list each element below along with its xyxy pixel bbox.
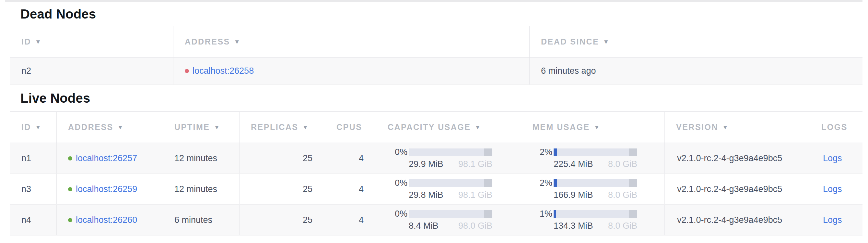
node-uptime: 12 minutes xyxy=(163,174,239,204)
dead-nodes-section: Dead Nodes ID ▼ ADDRESS ▼ DEAD SINCE ▼ n… xyxy=(10,2,863,85)
capacity-usage-bar xyxy=(409,179,492,187)
capacity-total: 98.0 GiB xyxy=(458,221,492,231)
mem-usage-bar xyxy=(554,179,637,187)
node-address-link[interactable]: localhost:26257 xyxy=(76,153,137,163)
dead-since-value: 6 minutes ago xyxy=(529,57,863,84)
live-status-icon xyxy=(68,156,72,161)
live-nodes-section: Live Nodes ID ▼ ADDRESS ▼ UPTIME ▼ REPLI… xyxy=(10,85,863,236)
mem-usage-cell: 2% 225.4 MiB 8.0 GiB xyxy=(521,143,664,173)
sort-desc-icon[interactable]: ▼ xyxy=(594,124,600,131)
nodes-overview: Dead Nodes ID ▼ ADDRESS ▼ DEAD SINCE ▼ n… xyxy=(10,2,863,236)
node-cpus: 4 xyxy=(325,174,376,204)
dead-status-icon xyxy=(185,69,189,73)
column-header-mem-usage[interactable]: MEM USAGE ▼ xyxy=(521,112,664,143)
logs-cell: Logs xyxy=(810,143,863,173)
mem-bar-endcap xyxy=(629,148,637,156)
column-header-uptime[interactable]: UPTIME ▼ xyxy=(163,112,239,143)
column-header-address[interactable]: ADDRESS ▼ xyxy=(56,112,163,143)
column-header-address[interactable]: ADDRESS ▼ xyxy=(173,26,529,57)
capacity-bar-endcap xyxy=(484,210,492,218)
mem-percent: 1% xyxy=(521,209,554,219)
column-header-replicas[interactable]: REPLICAS ▼ xyxy=(239,112,325,143)
sort-desc-icon[interactable]: ▼ xyxy=(474,124,481,131)
column-header-capacity-usage[interactable]: CAPACITY USAGE ▼ xyxy=(376,112,521,143)
mem-used: 134.3 MiB xyxy=(554,221,593,231)
sort-desc-icon[interactable]: ▼ xyxy=(35,124,42,131)
live-node-row: n3 localhost:26259 12 minutes 25 4 0% xyxy=(10,174,863,205)
sort-desc-icon[interactable]: ▼ xyxy=(603,38,610,46)
logs-link[interactable]: Logs xyxy=(823,153,842,163)
capacity-used: 8.4 MiB xyxy=(409,221,438,231)
mem-total: 8.0 GiB xyxy=(608,221,637,231)
column-header-id[interactable]: ID ▼ xyxy=(10,112,56,143)
column-header-logs[interactable]: LOGS xyxy=(810,112,863,143)
live-nodes-table: ID ▼ ADDRESS ▼ UPTIME ▼ REPLICAS ▼ CPUS xyxy=(10,111,863,236)
capacity-total: 98.1 GiB xyxy=(458,190,492,200)
dead-nodes-header-row: ID ▼ ADDRESS ▼ DEAD SINCE ▼ xyxy=(10,26,863,57)
node-replicas: 25 xyxy=(239,205,325,235)
capacity-usage-bar xyxy=(409,148,492,156)
column-header-cpus[interactable]: CPUS xyxy=(325,112,376,143)
mem-usage-bar xyxy=(554,148,637,156)
capacity-bar-endcap xyxy=(484,179,492,187)
capacity-bar-endcap xyxy=(484,148,492,156)
mem-used: 166.9 MiB xyxy=(554,190,593,200)
capacity-total: 98.1 GiB xyxy=(458,159,492,169)
capacity-percent: 0% xyxy=(376,178,409,188)
node-id: n2 xyxy=(10,57,173,84)
live-node-row: n1 localhost:26257 12 minutes 25 4 0% xyxy=(10,143,863,174)
sort-desc-icon[interactable]: ▼ xyxy=(214,124,220,131)
node-address-cell: localhost:26258 xyxy=(173,57,529,84)
node-version: v2.1.0-rc.2-4-g3e9a4e9bc5 xyxy=(664,143,810,173)
node-address-cell: localhost:26257 xyxy=(56,143,163,173)
capacity-percent: 0% xyxy=(376,147,409,157)
column-header-id[interactable]: ID ▼ xyxy=(10,26,173,57)
live-node-row: n4 localhost:26260 6 minutes 25 4 0% xyxy=(10,205,863,236)
sort-desc-icon[interactable]: ▼ xyxy=(302,124,309,131)
node-id: n4 xyxy=(10,205,56,235)
node-cpus: 4 xyxy=(325,205,376,235)
mem-total: 8.0 GiB xyxy=(608,159,637,169)
node-address-cell: localhost:26259 xyxy=(56,174,163,204)
logs-cell: Logs xyxy=(810,174,863,204)
sort-desc-icon[interactable]: ▼ xyxy=(722,124,729,131)
capacity-usage-bar xyxy=(409,210,492,218)
logs-link[interactable]: Logs xyxy=(823,215,842,225)
column-header-dead-since[interactable]: DEAD SINCE ▼ xyxy=(529,26,863,57)
logs-cell: Logs xyxy=(810,205,863,235)
column-header-version[interactable]: VERSION ▼ xyxy=(664,112,810,143)
node-replicas: 25 xyxy=(239,174,325,204)
capacity-percent: 0% xyxy=(376,209,409,219)
node-uptime: 12 minutes xyxy=(163,143,239,173)
capacity-used: 29.9 MiB xyxy=(409,159,443,169)
node-id: n3 xyxy=(10,174,56,204)
sort-desc-icon[interactable]: ▼ xyxy=(117,124,124,131)
live-nodes-title: Live Nodes xyxy=(10,85,863,111)
sort-desc-icon[interactable]: ▼ xyxy=(234,38,241,46)
node-id: n1 xyxy=(10,143,56,173)
mem-total: 8.0 GiB xyxy=(608,190,637,200)
node-uptime: 6 minutes xyxy=(163,205,239,235)
live-status-icon xyxy=(68,187,72,191)
logs-link[interactable]: Logs xyxy=(823,184,842,194)
sort-desc-icon[interactable]: ▼ xyxy=(35,38,42,46)
node-address-link[interactable]: localhost:26259 xyxy=(76,184,137,194)
node-cpus: 4 xyxy=(325,143,376,173)
node-address-cell: localhost:26260 xyxy=(56,205,163,235)
capacity-usage-cell: 0% 29.9 MiB 98.1 GiB xyxy=(376,143,521,173)
mem-bar-fill xyxy=(554,148,557,156)
capacity-usage-cell: 0% 29.8 MiB 98.1 GiB xyxy=(376,174,521,204)
live-nodes-header-row: ID ▼ ADDRESS ▼ UPTIME ▼ REPLICAS ▼ CPUS xyxy=(10,112,863,143)
mem-percent: 2% xyxy=(521,147,554,157)
mem-percent: 2% xyxy=(521,178,554,188)
node-address-link[interactable]: localhost:26260 xyxy=(76,215,137,225)
mem-bar-fill xyxy=(554,210,556,218)
capacity-usage-cell: 0% 8.4 MiB 98.0 GiB xyxy=(376,205,521,235)
mem-bar-endcap xyxy=(629,210,637,218)
dead-nodes-table: ID ▼ ADDRESS ▼ DEAD SINCE ▼ n2 localhost… xyxy=(10,26,863,85)
capacity-used: 29.8 MiB xyxy=(409,190,443,200)
mem-bar-fill xyxy=(554,179,557,187)
node-address-link[interactable]: localhost:26258 xyxy=(192,66,254,76)
mem-usage-bar xyxy=(554,210,637,218)
dead-nodes-title: Dead Nodes xyxy=(10,2,863,26)
